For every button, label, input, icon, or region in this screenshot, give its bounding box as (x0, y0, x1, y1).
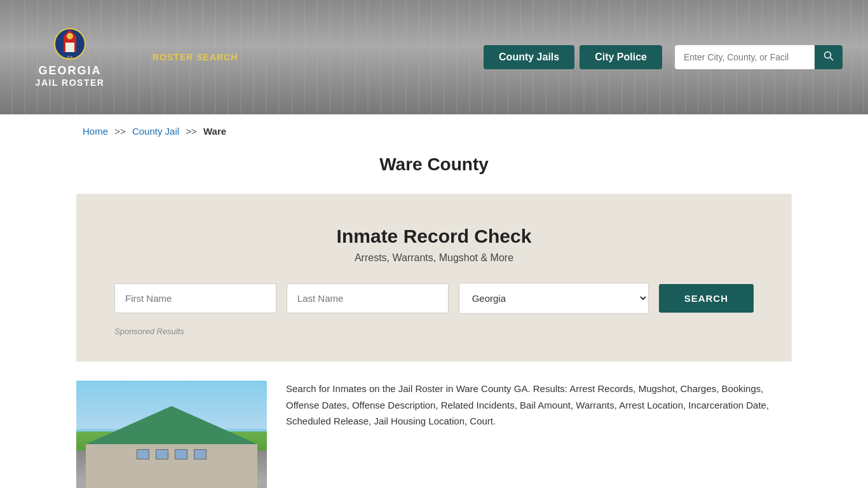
inmate-record-subtitle: Arrests, Warrants, Mugshot & More (114, 252, 754, 264)
inmate-record-title: Inmate Record Check (114, 226, 754, 247)
breadcrumb-county-jail[interactable]: County Jail (132, 126, 179, 137)
window (156, 449, 168, 459)
window (137, 449, 149, 459)
state-select[interactable]: Georgia Alabama Florida Tennessee (459, 283, 649, 314)
inmate-search-form: Georgia Alabama Florida Tennessee SEARCH (114, 283, 754, 314)
building-walls (86, 444, 257, 488)
header-nav-buttons: County Jails City Police (484, 45, 843, 69)
site-header: GA GEORGIA JAIL ROSTER ROSTER SEARCH Cou… (0, 0, 868, 114)
header-search-button[interactable] (815, 45, 843, 69)
breadcrumb-sep2: >> (186, 126, 197, 137)
roster-search-link[interactable]: ROSTER SEARCH (153, 52, 238, 62)
inmate-search-button[interactable]: SEARCH (659, 284, 754, 313)
breadcrumb: Home >> County Jail >> Ware (0, 114, 868, 148)
georgia-seal-icon: GA (51, 27, 89, 62)
svg-point-2 (67, 33, 73, 39)
breadcrumb-current: Ware (203, 126, 226, 137)
svg-line-5 (831, 58, 834, 61)
county-jails-button[interactable]: County Jails (484, 45, 574, 69)
page-title: Ware County (0, 154, 868, 175)
search-icon (824, 51, 834, 61)
logo-area: GA GEORGIA JAIL ROSTER (25, 27, 114, 88)
breadcrumb-home[interactable]: Home (83, 126, 108, 137)
inmate-record-section: Inmate Record Check Arrests, Warrants, M… (76, 194, 792, 362)
window (194, 449, 207, 459)
header-search-bar (675, 45, 843, 69)
city-police-button[interactable]: City Police (580, 45, 662, 69)
sponsored-results-label: Sponsored Results (114, 327, 754, 336)
jail-image: WARE COUNTY JAIL (76, 381, 267, 488)
svg-text:GA: GA (67, 55, 74, 59)
header-content: GA GEORGIA JAIL ROSTER ROSTER SEARCH Cou… (0, 0, 868, 114)
first-name-input[interactable] (114, 283, 276, 313)
site-logo-text: GEORGIA JAIL ROSTER (36, 64, 105, 88)
svg-point-4 (825, 52, 831, 58)
logo-jail-roster: JAIL ROSTER (36, 78, 105, 88)
bottom-section: WARE COUNTY JAIL Search for Inmates on t… (76, 381, 792, 488)
header-search-input[interactable] (675, 47, 815, 67)
last-name-input[interactable] (287, 283, 449, 313)
county-description: Search for Inmates on the Jail Roster in… (286, 381, 792, 430)
windows-row (86, 449, 257, 459)
svg-rect-1 (65, 43, 74, 52)
logo-georgia: GEORGIA (36, 64, 105, 78)
window (175, 449, 187, 459)
breadcrumb-sep1: >> (114, 126, 126, 137)
